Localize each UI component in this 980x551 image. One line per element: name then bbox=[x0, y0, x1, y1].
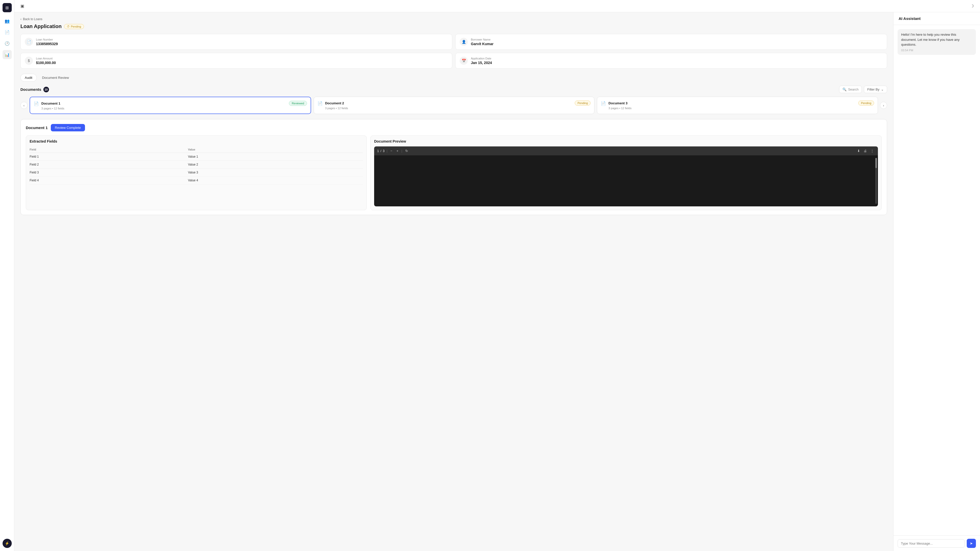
tab-audit[interactable]: Audit bbox=[21, 74, 37, 82]
search-placeholder: Search bbox=[848, 87, 859, 91]
chevron-left-icon: ‹ bbox=[24, 103, 24, 107]
sidebar-toggle-button[interactable]: ▣ bbox=[18, 3, 26, 10]
status-icon: ⏱ bbox=[67, 25, 70, 28]
field-col-header: Field bbox=[30, 146, 188, 153]
chevron-down-icon: ⌄ bbox=[881, 87, 884, 91]
sidebar-item-documents[interactable]: 📄 bbox=[3, 27, 12, 37]
pdf-divider: | bbox=[387, 149, 387, 153]
doc-card-info-2: Document 2 Pending 3 pages • 12 fields bbox=[325, 100, 591, 110]
page-title: Loan Application bbox=[21, 24, 62, 29]
pdf-toolbar: 1 / 3 | − + | ↻ ⬇ 🖨 ⋮ bbox=[374, 146, 878, 156]
table-row: Field 2 Value 2 bbox=[30, 161, 363, 168]
search-box[interactable]: 🔍 Search bbox=[839, 86, 862, 93]
document-card-2[interactable]: 📄 Document 2 Pending 3 pages • 12 fields bbox=[313, 97, 595, 114]
ai-assistant-panel: AI Assistant Hello! I'm here to help you… bbox=[893, 12, 980, 551]
search-filter-row: 🔍 Search Filter By ⌄ bbox=[839, 86, 887, 93]
field-name-2: Field 2 bbox=[30, 161, 188, 168]
loan-amount-icon: $ bbox=[25, 57, 33, 65]
main-wrapper: ‹ Back to Loans Loan Application ⏱ Pendi… bbox=[14, 12, 980, 551]
doc-card-meta-2: 3 pages • 12 fields bbox=[325, 106, 591, 110]
loan-amount-label: Loan Amount bbox=[36, 57, 56, 60]
extracted-fields-panel: Extracted Fields Field Value Field 1 Val… bbox=[26, 135, 367, 210]
field-value-2: Value 2 bbox=[188, 161, 363, 168]
document-card-1[interactable]: 📄 Document 1 Reviewed 3 pages • 12 field… bbox=[30, 97, 311, 114]
review-complete-button[interactable]: Review Complete bbox=[51, 124, 85, 131]
field-name-4: Field 4 bbox=[30, 176, 188, 184]
filter-button[interactable]: Filter By ⌄ bbox=[864, 86, 887, 93]
field-value-1: Value 1 bbox=[188, 153, 363, 161]
info-grid: 📄 Loan Number 13385895329 👤 Borrower Nam… bbox=[21, 34, 887, 68]
preview-title: Document Preview bbox=[374, 139, 878, 143]
field-name-3: Field 3 bbox=[30, 168, 188, 176]
app-logo: ⊞ bbox=[3, 3, 12, 12]
doc-card-title-2: Document 2 Pending bbox=[325, 100, 591, 106]
document-card-3[interactable]: 📄 Document 3 Pending 3 pages • 12 fields bbox=[597, 97, 878, 114]
loan-amount-card: $ Loan Amount $100,000.00 bbox=[21, 53, 452, 68]
ai-send-button[interactable]: ➤ bbox=[967, 539, 976, 548]
doc-card-info-1: Document 1 Reviewed 3 pages • 12 fields bbox=[41, 101, 307, 110]
application-date-card: 📅 Application Date Jan 15, 2024 bbox=[455, 53, 887, 68]
documents-header: Documents 10 🔍 Search Filter By ⌄ bbox=[21, 86, 887, 93]
doc-card-title-1: Document 1 Reviewed bbox=[41, 101, 307, 106]
ai-message: Hello! I'm here to help you review this … bbox=[897, 29, 976, 55]
pdf-divider2: | bbox=[401, 149, 402, 153]
carousel-prev-button[interactable]: ‹ bbox=[21, 102, 27, 109]
breadcrumb[interactable]: ‹ Back to Loans bbox=[21, 17, 887, 21]
field-value-3: Value 3 bbox=[188, 168, 363, 176]
doc-detail-header: Document 1 Review Complete bbox=[26, 124, 882, 131]
pdf-page-info: 1 / 3 bbox=[377, 149, 385, 153]
topbar: ▣ ☽ bbox=[14, 0, 980, 12]
status-badge: ⏱ Pending bbox=[64, 24, 84, 29]
dark-mode-button[interactable]: ☽ bbox=[968, 3, 976, 10]
pdf-canvas bbox=[374, 156, 878, 206]
borrower-icon: 👤 bbox=[460, 38, 468, 46]
sidebar-item-clock[interactable]: 🕐 bbox=[3, 39, 12, 48]
borrower-label: Borrower Name bbox=[471, 38, 493, 41]
pdf-more-button[interactable]: ⋮ bbox=[870, 148, 875, 153]
doc-status-badge-2: Pending bbox=[575, 100, 590, 106]
pdf-scrollbar-thumb bbox=[875, 158, 877, 168]
ai-message-input[interactable] bbox=[897, 539, 965, 548]
pdf-print-button[interactable]: 🖨 bbox=[862, 148, 868, 153]
users-icon: 👥 bbox=[5, 19, 10, 24]
sidebar-item-users[interactable]: 👥 bbox=[3, 16, 12, 25]
send-icon: ➤ bbox=[970, 541, 973, 545]
pdf-zoom-out-button[interactable]: − bbox=[390, 148, 393, 153]
bolt-button[interactable]: ⚡ bbox=[3, 539, 12, 548]
pdf-scrollbar[interactable] bbox=[875, 158, 877, 204]
doc-status-badge-3: Pending bbox=[858, 100, 874, 106]
table-row: Field 3 Value 3 bbox=[30, 168, 363, 176]
ai-messages: Hello! I'm here to help you review this … bbox=[894, 25, 980, 535]
tabs-row: Audit Document Review bbox=[21, 74, 887, 82]
search-icon: 🔍 bbox=[842, 87, 846, 91]
breadcrumb-arrow: ‹ bbox=[21, 17, 21, 21]
ai-panel-header: AI Assistant bbox=[894, 12, 980, 25]
ai-message-time: 03:54 PM bbox=[901, 49, 972, 52]
sidebar-item-layers[interactable]: 📊 bbox=[3, 50, 12, 59]
status-text: Pending bbox=[71, 25, 81, 28]
content-area: ‹ Back to Loans Loan Application ⏱ Pendi… bbox=[14, 12, 893, 551]
doc-detail-title: Document 1 bbox=[26, 125, 48, 130]
table-row: Field 1 Value 1 bbox=[30, 153, 363, 161]
doc-card-title-3: Document 3 Pending bbox=[608, 100, 874, 106]
documents-title: Documents 10 bbox=[21, 87, 49, 92]
loan-number-value: 13385895329 bbox=[36, 42, 58, 46]
bolt-icon: ⚡ bbox=[5, 541, 9, 545]
table-row: Field 4 Value 4 bbox=[30, 176, 363, 184]
tab-document-review[interactable]: Document Review bbox=[38, 74, 73, 82]
loan-amount-value: $100,000.00 bbox=[36, 61, 56, 65]
chevron-right-icon: › bbox=[883, 103, 884, 107]
ai-input-row: ➤ bbox=[894, 535, 980, 551]
pdf-download-button[interactable]: ⬇ bbox=[856, 148, 861, 153]
pdf-zoom-in-button[interactable]: + bbox=[395, 148, 399, 153]
document-detail: Document 1 Review Complete Extracted Fie… bbox=[21, 119, 887, 215]
application-date-value: Jan 15, 2024 bbox=[471, 61, 492, 65]
carousel-next-button[interactable]: › bbox=[880, 102, 887, 109]
application-date-icon: 📅 bbox=[460, 57, 468, 65]
pdf-rotate-button[interactable]: ↻ bbox=[404, 148, 409, 153]
fields-table: Field Value Field 1 Value 1 Field 2 bbox=[30, 146, 363, 184]
ai-panel: AI Assistant Hello! I'm here to help you… bbox=[894, 12, 980, 551]
loan-number-label: Loan Number bbox=[36, 38, 58, 41]
documents-icon: 📄 bbox=[5, 30, 10, 35]
logo-icon: ⊞ bbox=[5, 5, 9, 10]
